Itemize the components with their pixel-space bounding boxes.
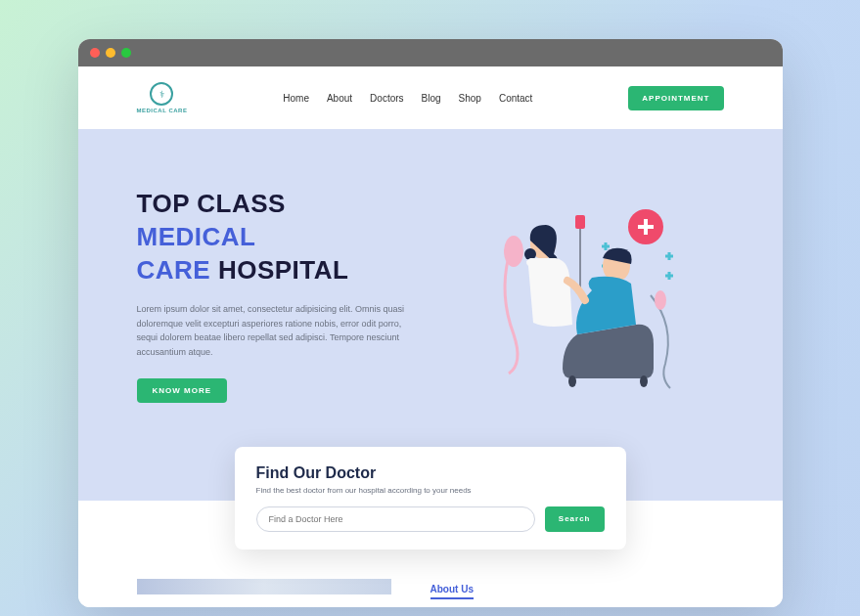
nav-doctors[interactable]: Doctors xyxy=(370,93,403,104)
svg-point-8 xyxy=(568,375,576,387)
logo[interactable]: ⚕ MEDICAL CARE xyxy=(137,82,188,113)
window-titlebar xyxy=(78,39,783,66)
search-input[interactable] xyxy=(256,506,535,532)
medical-illustration xyxy=(479,198,695,393)
hero-illustration-wrap xyxy=(450,188,724,403)
know-more-button[interactable]: KNOW MORE xyxy=(137,378,228,403)
about-us-link[interactable]: About Us xyxy=(430,584,474,599)
hero-title: TOP CLASS MEDICAL CARE HOSPITAL xyxy=(137,188,411,286)
nav-home[interactable]: Home xyxy=(283,93,309,104)
search-card: Find Our Doctor Find the best doctor fro… xyxy=(235,447,626,550)
nav-about[interactable]: About xyxy=(327,93,352,104)
browser-window: ⚕ MEDICAL CARE Home About Doctors Blog S… xyxy=(78,39,783,607)
search-row: Search xyxy=(256,506,605,532)
about-image xyxy=(137,579,391,594)
search-button[interactable]: Search xyxy=(545,506,605,532)
hero-description: Lorem ipsum dolor sit amet, consectetur … xyxy=(137,302,411,359)
close-icon[interactable] xyxy=(90,48,100,58)
nav-blog[interactable]: Blog xyxy=(422,93,441,104)
main-nav: Home About Doctors Blog Shop Contact xyxy=(283,93,532,104)
svg-point-2 xyxy=(655,290,666,310)
svg-point-1 xyxy=(504,236,523,267)
hero-content: TOP CLASS MEDICAL CARE HOSPITAL Lorem ip… xyxy=(137,188,411,403)
svg-point-9 xyxy=(640,375,648,387)
search-title: Find Our Doctor xyxy=(256,464,605,482)
svg-rect-3 xyxy=(575,215,585,229)
nav-contact[interactable]: Contact xyxy=(499,93,532,104)
logo-text: MEDICAL CARE xyxy=(137,108,188,113)
search-subtitle: Find the best doctor from our hospital a… xyxy=(256,486,605,495)
nav-shop[interactable]: Shop xyxy=(459,93,481,104)
header: ⚕ MEDICAL CARE Home About Doctors Blog S… xyxy=(78,66,783,129)
minimize-icon[interactable] xyxy=(106,48,115,58)
about-content: About Us xyxy=(430,579,724,599)
appointment-button[interactable]: APPOINTMENT xyxy=(628,86,723,110)
maximize-icon[interactable] xyxy=(121,48,131,58)
hero-section: TOP CLASS MEDICAL CARE HOSPITAL Lorem ip… xyxy=(78,129,783,501)
